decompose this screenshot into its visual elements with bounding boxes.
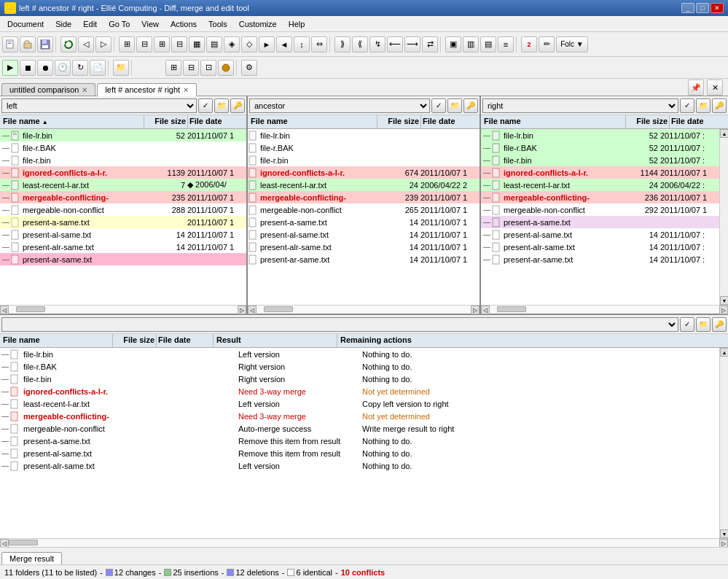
tb-sync3[interactable]: ↯ (369, 36, 385, 53)
result-pane-selector[interactable] (1, 317, 678, 332)
center-scroll-h[interactable]: ◁ ▷ (248, 305, 480, 314)
tab-close-all-btn[interactable]: ✕ (707, 79, 723, 96)
center-file-list[interactable]: file-lr.bin file-r.BAK file-r.bin (248, 129, 480, 305)
result-scroll-right[interactable]: ▷ (719, 539, 728, 547)
tb2-filt2[interactable]: ⊟ (183, 60, 199, 76)
right-scroll-right[interactable]: ▷ (719, 306, 728, 314)
tb2-play[interactable]: ▶ (2, 60, 18, 76)
list-item[interactable]: ignored-conflicts-a-l-r. 674 2011/10/07 … (248, 166, 480, 179)
scroll-v-track[interactable] (720, 138, 728, 296)
list-item[interactable]: — file-lr.bin 52 2011/10/07 : (481, 129, 719, 141)
left-check-btn[interactable]: ✓ (198, 98, 213, 113)
result-row[interactable]: — least-recent-l-ar.txt Left version Cop… (0, 397, 719, 410)
tb-new-btn[interactable] (2, 36, 18, 53)
left-col-size[interactable]: File size (144, 115, 188, 128)
list-item[interactable]: — present-a-same.txt 2011/10/07 1 (0, 216, 246, 228)
tb2-rec[interactable]: ⏺ (37, 60, 53, 76)
list-item[interactable]: present-ar-same.txt 14 2011/10/07 1 (248, 253, 480, 265)
list-item[interactable]: — file-r.BAK 52 2011/10/07 : (481, 141, 719, 154)
list-item[interactable]: — mergeable-non-conflict 288 2011/10/07 … (0, 203, 246, 216)
menu-document[interactable]: Document (1, 18, 50, 30)
left-scroll-thumb[interactable] (16, 306, 45, 312)
left-scroll-h[interactable]: ◁ ▷ (0, 305, 246, 314)
result-scroll-track[interactable] (9, 539, 719, 547)
result-col-size[interactable]: File size (113, 334, 157, 347)
center-scroll-thumb[interactable] (264, 306, 293, 312)
tb-nav1[interactable]: ⊞ (119, 36, 135, 53)
result-row[interactable]: — present-al-same.txt Remove this item f… (0, 447, 719, 459)
list-item[interactable]: — file-r.BAK (0, 141, 246, 154)
tb-sync6[interactable]: ⇄ (422, 36, 438, 53)
tb-extra1[interactable]: 2 (521, 36, 537, 53)
list-item[interactable]: present-alr-same.txt 14 2011/10/07 1 (248, 241, 480, 253)
result-col-result[interactable]: Result (214, 334, 337, 347)
right-folder-btn[interactable]: 📁 (696, 98, 711, 113)
center-pane-selector[interactable]: ancestor (249, 98, 430, 113)
result-scroll-down[interactable]: ▼ (720, 529, 728, 538)
result-list[interactable]: — file-lr.bin Left version Nothing to do… (0, 348, 719, 538)
tb-nav10[interactable]: ◄ (276, 36, 292, 53)
list-item[interactable]: — ignored-conflicts-a-l-r. 1144 2011/10/… (481, 166, 719, 179)
result-key-btn[interactable]: 🔑 (712, 317, 727, 332)
result-scroll-up[interactable]: ▲ (720, 348, 728, 357)
right-col-date[interactable]: File date (670, 115, 728, 128)
tb-nav4[interactable]: ⊟ (171, 36, 187, 53)
list-item[interactable]: — least-recent-l-ar.txt 7 ◆ 2006/04/ (0, 179, 246, 191)
left-file-list[interactable]: — file-lr.bin 52 2011/10/07 1 — file-r.B… (0, 129, 246, 305)
list-item[interactable]: — present-ar-same.txt (0, 253, 246, 265)
result-row[interactable]: — file-r.bin Right version Nothing to do… (0, 373, 719, 385)
menu-goto[interactable]: Go To (103, 18, 136, 30)
tb-nav3[interactable]: ⊞ (154, 36, 170, 53)
tb-refresh-btn[interactable] (60, 36, 77, 53)
tb-nav11[interactable]: ↕ (294, 36, 310, 53)
result-scroll-v[interactable]: ▲ ▼ (719, 348, 728, 538)
left-scroll-left[interactable]: ◁ (0, 306, 9, 314)
center-scroll-left[interactable]: ◁ (248, 306, 257, 314)
right-key-btn[interactable]: 🔑 (712, 98, 727, 113)
center-col-size[interactable]: File size (377, 115, 421, 128)
list-item[interactable]: present-a-same.txt 14 2011/10/07 1 (248, 216, 480, 228)
scroll-up-arrow[interactable]: ▲ (720, 129, 728, 138)
tab-untitled-close[interactable]: ✕ (82, 86, 87, 94)
list-item[interactable]: mergeable-conflicting- 239 2011/10/07 1 (248, 191, 480, 203)
right-check-btn[interactable]: ✓ (680, 98, 694, 113)
list-item[interactable]: file-r.BAK (248, 141, 480, 154)
tab-untitled[interactable]: untitled comparison ✕ (1, 83, 95, 96)
tb2-doc[interactable]: 📄 (90, 60, 106, 76)
tb-sync5[interactable]: ⟶ (404, 36, 420, 53)
right-col-name[interactable]: File name (481, 115, 626, 128)
tb-nav9[interactable]: ► (259, 36, 275, 53)
list-item[interactable]: — mergeable-conflicting- 235 2011/10/07 … (0, 191, 246, 203)
tb-view1[interactable]: ▣ (445, 36, 461, 53)
result-check-btn[interactable]: ✓ (680, 317, 694, 332)
list-item[interactable]: — mergeable-non-conflict 292 2011/10/07 … (481, 203, 719, 216)
result-row[interactable]: — present-a-same.txt Remove this item fr… (0, 435, 719, 447)
tab-pin-btn[interactable]: 📌 (688, 79, 704, 96)
scroll-down-arrow[interactable]: ▼ (720, 296, 728, 305)
list-item[interactable]: — present-a-same.txt (481, 216, 719, 228)
right-scroll-track[interactable] (490, 306, 719, 314)
list-item[interactable]: — present-al-same.txt 14 2011/10/07 1 (0, 228, 246, 241)
result-row[interactable]: — mergeable-non-conflict Auto-merge succ… (0, 422, 719, 435)
result-col-actions[interactable]: Remaining actions (337, 334, 728, 347)
center-folder-btn[interactable]: 📁 (447, 98, 462, 113)
tb-open-btn[interactable] (20, 36, 36, 53)
result-row[interactable]: — file-lr.bin Left version Nothing to do… (0, 348, 719, 360)
tb2-stop[interactable]: ⏹ (20, 60, 36, 76)
right-scroll-left[interactable]: ◁ (481, 306, 490, 314)
tb-back-btn[interactable]: ◁ (78, 36, 94, 53)
menu-view[interactable]: View (136, 18, 165, 30)
result-col-name[interactable]: File name (0, 334, 113, 347)
tb-fold-btn[interactable]: Folc ▼ (556, 36, 588, 53)
left-pane-selector[interactable]: left (1, 98, 197, 113)
tb2-filt3[interactable]: ⊡ (200, 60, 216, 76)
tb-forward-btn[interactable]: ▷ (95, 36, 111, 53)
minimize-button[interactable]: _ (681, 3, 694, 13)
tb2-rep[interactable]: ↻ (72, 60, 88, 76)
left-col-date[interactable]: File date (188, 115, 246, 128)
left-scroll-right[interactable]: ▷ (238, 306, 246, 314)
tab-merge-result[interactable]: Merge result (1, 552, 62, 564)
menu-side[interactable]: Side (50, 18, 77, 30)
tab-main-close[interactable]: ✕ (183, 86, 189, 94)
maximize-button[interactable]: □ (696, 3, 709, 13)
